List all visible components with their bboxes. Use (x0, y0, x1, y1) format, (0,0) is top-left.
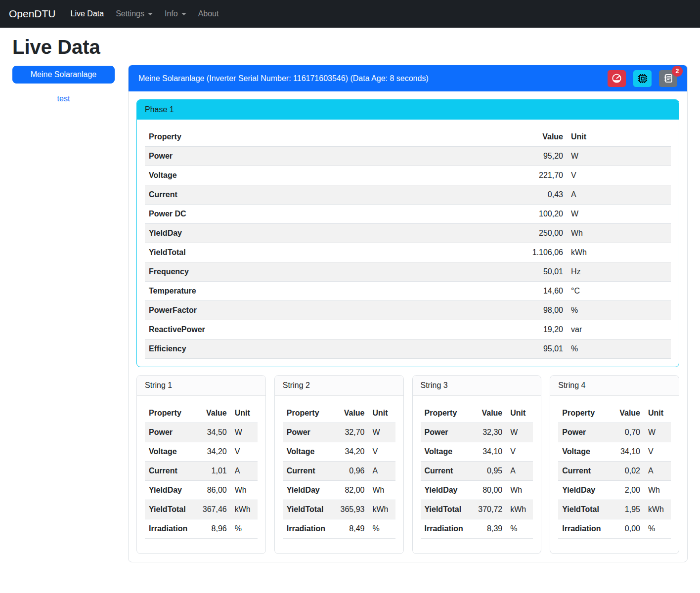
string-card-header: String 4 (550, 376, 679, 396)
nav-item-live-data[interactable]: Live Data (67, 5, 108, 22)
nav-item-label: About (198, 9, 219, 18)
unit-cell: A (506, 462, 533, 481)
table-row: Irradiation8,49% (283, 519, 395, 539)
unit-cell: Wh (231, 481, 258, 500)
property-cell: YieldTotal (145, 500, 195, 519)
string-card-header: String 1 (137, 376, 265, 396)
value-cell: 82,00 (333, 481, 369, 500)
nav-item-label: Live Data (71, 9, 104, 18)
unit-cell: W (231, 423, 258, 442)
table-row: Power0,70W (558, 423, 671, 442)
nav-list: Live DataSettingsInfoAbout (65, 5, 225, 22)
value-cell: 1.106,06 (503, 243, 567, 262)
value-cell: 0,96 (333, 462, 369, 481)
string-card-body: PropertyValueUnitPower0,70WVoltage34,10V… (550, 396, 679, 553)
value-cell: 221,70 (503, 166, 567, 185)
unit-cell: kWh (644, 500, 671, 519)
value-cell: 80,00 (471, 481, 506, 500)
unit-cell: W (369, 423, 395, 442)
property-cell: YieldDay (145, 481, 195, 500)
unit-cell: V (506, 442, 533, 462)
phase-table: PropertyValueUnitPower95,20WVoltage221,7… (145, 127, 671, 359)
inverter-card-body: Phase 1 PropertyValueUnitPower95,20WVolt… (129, 91, 687, 562)
column-header-unit: Unit (369, 404, 395, 423)
property-cell: Current (421, 462, 471, 481)
property-cell: YieldDay (558, 481, 609, 500)
value-cell: 86,00 (195, 481, 231, 500)
column-header-value: Value (503, 127, 567, 147)
unit-cell: Wh (644, 481, 671, 500)
unit-cell: A (369, 462, 395, 481)
phase-card-body: PropertyValueUnitPower95,20WVoltage221,7… (137, 120, 679, 359)
unit-cell: V (231, 442, 258, 462)
value-cell: 98,00 (503, 301, 567, 320)
table-row: Frequency50,01Hz (145, 262, 671, 282)
property-cell: Voltage (145, 166, 503, 185)
unit-cell: V (644, 442, 671, 462)
column-header-unit: Unit (231, 404, 258, 423)
string-card-string-3: String 3PropertyValueUnitPower32,30WVolt… (412, 375, 542, 554)
event-log-button[interactable]: 2 (659, 70, 677, 87)
device-info-button[interactable] (633, 70, 652, 87)
unit-cell: °C (567, 282, 671, 301)
property-cell: Current (145, 462, 195, 481)
table-header-row: PropertyValueUnit (145, 404, 258, 423)
table-row: YieldDay2,00Wh (558, 481, 671, 500)
inverter-card-title: Meine Solaranlage (Inverter Serial Numbe… (138, 74, 429, 83)
value-cell: 8,39 (471, 519, 506, 539)
limit-settings-button[interactable] (608, 70, 626, 87)
table-header-row: PropertyValueUnit (558, 404, 671, 423)
unit-cell: var (567, 320, 671, 339)
value-cell: 8,96 (195, 519, 231, 539)
property-cell: Power (421, 423, 471, 442)
property-cell: Power (558, 423, 609, 442)
value-cell: 32,30 (471, 423, 506, 442)
string-card-string-4: String 4PropertyValueUnitPower0,70WVolta… (550, 375, 679, 554)
column-header-value: Value (333, 404, 369, 423)
table-header-row: PropertyValueUnit (145, 127, 671, 147)
value-cell: 95,01 (503, 339, 567, 359)
column-header-property: Property (283, 404, 333, 423)
column-header-property: Property (421, 404, 471, 423)
property-cell: YieldTotal (145, 243, 503, 262)
column-header-property: Property (145, 404, 195, 423)
inverter-link-test[interactable]: test (57, 94, 70, 103)
property-cell: Irradiation (558, 519, 609, 539)
column-header-unit: Unit (644, 404, 671, 423)
value-cell: 2,00 (609, 481, 644, 500)
value-cell: 1,95 (609, 500, 644, 519)
table-row: Voltage221,70V (145, 166, 671, 185)
value-cell: 1,01 (195, 462, 231, 481)
unit-cell: kWh (369, 500, 395, 519)
property-cell: YieldDay (421, 481, 471, 500)
unit-cell: kWh (231, 500, 258, 519)
property-cell: Current (145, 185, 503, 205)
table-row: YieldTotal1.106,06kWh (145, 243, 671, 262)
table-row: YieldTotal1,95kWh (558, 500, 671, 519)
property-cell: Voltage (558, 442, 609, 462)
unit-cell: % (567, 301, 671, 320)
column-header-property: Property (558, 404, 609, 423)
inverter-select-button[interactable]: Meine Solaranlage (12, 66, 115, 84)
table-row: Voltage34,10V (421, 442, 533, 462)
nav-item-about[interactable]: About (194, 5, 223, 22)
unit-cell: Wh (369, 481, 395, 500)
value-cell: 100,20 (503, 205, 567, 224)
property-cell: Irradiation (283, 519, 333, 539)
unit-cell: Wh (567, 224, 671, 243)
table-row: PowerFactor98,00% (145, 301, 671, 320)
string-card-header: String 2 (275, 376, 403, 396)
phase-card: Phase 1 PropertyValueUnitPower95,20WVolt… (136, 99, 679, 367)
nav-item-info[interactable]: Info (161, 5, 190, 22)
unit-cell: Wh (506, 481, 533, 500)
brand-logo[interactable]: OpenDTU (9, 8, 56, 20)
string-table: PropertyValueUnitPower32,30WVoltage34,10… (421, 404, 533, 539)
table-row: Irradiation8,39% (421, 519, 533, 539)
table-row: YieldDay82,00Wh (283, 481, 395, 500)
property-cell: Power (145, 423, 195, 442)
table-row: Voltage34,20V (145, 442, 258, 462)
value-cell: 34,20 (195, 442, 231, 462)
table-row: Voltage34,10V (558, 442, 671, 462)
nav-item-settings[interactable]: Settings (112, 5, 157, 22)
inverter-card: Meine Solaranlage (Inverter Serial Numbe… (128, 65, 688, 562)
